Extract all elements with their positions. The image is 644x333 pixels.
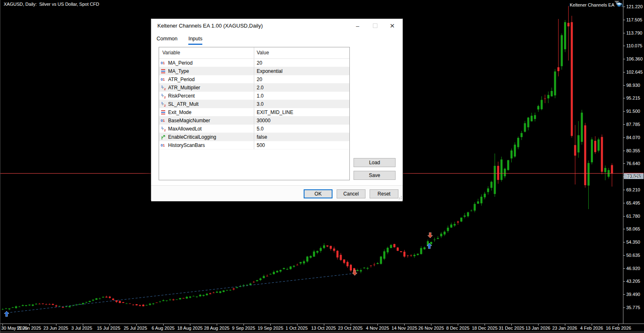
- tab-common[interactable]: Common: [157, 36, 178, 44]
- param-value[interactable]: Exponential: [257, 68, 283, 74]
- param-type-double-icon: 1⁄2: [161, 85, 167, 91]
- ok-button[interactable]: OK: [304, 189, 333, 198]
- param-value[interactable]: 2.0: [257, 85, 264, 91]
- param-name: RiskPercent: [168, 93, 195, 99]
- load-button[interactable]: Load: [354, 158, 396, 167]
- price-tick: [623, 85, 625, 86]
- time-axis-label: 18 Dec 2025: [472, 326, 497, 331]
- dialog-resize-grip[interactable]: [398, 196, 402, 199]
- column-divider: [254, 75, 254, 83]
- table-header-row: Variable Value: [159, 47, 349, 59]
- param-value[interactable]: 20: [257, 77, 262, 82]
- time-axis-label: 6 Aug 2025: [152, 326, 175, 331]
- price-tick: [623, 20, 625, 20]
- price-tick: [623, 59, 625, 59]
- param-name: ATR_Period: [168, 77, 194, 82]
- param-row[interactable]: 1⁄2ATR_Multiplier2.0: [159, 84, 349, 92]
- price-axis-label: 72.925: [626, 175, 640, 179]
- price-tick: [623, 203, 625, 203]
- time-axis-label: 8 Dec 2025: [446, 326, 469, 331]
- dialog-titlebar[interactable]: Keltener Channels EA 1.00 (XAGUSD,Daily)…: [151, 19, 403, 33]
- chart-symbol-title: XAGUSD, Daily: Silver vs US Dollar, Spot…: [4, 2, 99, 7]
- price-tick: [623, 307, 625, 308]
- param-row[interactable]: 01HistoryScanBars500: [159, 141, 349, 149]
- time-axis[interactable]: 30 May 202511 Jun 202523 Jun 20253 Jul 2…: [0, 324, 644, 331]
- param-value[interactable]: 5.0: [257, 126, 264, 132]
- param-name: HistoryScanBars: [168, 142, 205, 148]
- price-axis-label: 54.350: [626, 240, 640, 245]
- param-value[interactable]: 30000: [257, 118, 270, 123]
- param-type-enum-icon: [161, 68, 167, 74]
- minimize-button[interactable]: –: [351, 21, 365, 31]
- price-tick: [623, 177, 625, 177]
- param-type-double-icon: 1⁄2: [161, 126, 167, 132]
- column-header-value: Value: [257, 50, 269, 56]
- param-row[interactable]: 1⁄2RiskPercent1.0: [159, 92, 349, 100]
- price-tick: [623, 281, 625, 282]
- close-button[interactable]: ✕: [385, 21, 399, 31]
- param-value[interactable]: EXIT_MID_LINE: [257, 109, 293, 115]
- price-axis-label: 69.210: [626, 188, 640, 192]
- price-axis-label: 46.920: [626, 266, 640, 271]
- tab-inputs[interactable]: Inputs: [188, 36, 202, 45]
- reset-button[interactable]: Reset: [370, 189, 398, 198]
- param-type-integer-icon: 01: [161, 77, 167, 82]
- param-value[interactable]: 20: [257, 60, 262, 66]
- time-axis-label: 23 Jan 2026: [552, 326, 577, 331]
- time-axis-label: 23 Jun 2025: [43, 326, 68, 331]
- time-axis-label: 25 Jul 2025: [124, 326, 147, 331]
- param-row[interactable]: Exit_ModeEXIT_MID_LINE: [159, 108, 349, 116]
- save-button[interactable]: Save: [354, 171, 396, 180]
- param-type-bool-icon: [161, 134, 167, 140]
- param-value[interactable]: 500: [257, 142, 265, 148]
- param-row[interactable]: 01ATR_Period20: [159, 75, 349, 84]
- time-axis-label: 31 Dec 2025: [499, 326, 524, 331]
- param-value[interactable]: false: [257, 134, 267, 140]
- param-row[interactable]: 1⁄2MaxAllowedLot5.0: [159, 125, 349, 133]
- param-type-integer-icon: 01: [161, 118, 167, 123]
- param-name: MaxAllowedLot: [168, 126, 201, 132]
- price-axis-label: 121.220: [626, 5, 643, 9]
- column-divider: [254, 100, 254, 108]
- param-row[interactable]: MA_TypeExponential: [159, 67, 349, 75]
- param-name: MA_Period: [168, 60, 192, 66]
- column-divider: [254, 92, 254, 100]
- column-divider: [254, 108, 254, 116]
- param-type-integer-icon: 01: [161, 142, 167, 148]
- param-row[interactable]: 01MA_Period20: [159, 59, 349, 67]
- time-axis-label: 16 Feb 2026: [606, 326, 631, 331]
- price-tick: [623, 242, 625, 242]
- param-name: Exit_Mode: [168, 109, 192, 115]
- window-bottom-edge: [0, 331, 644, 333]
- param-value[interactable]: 3.0: [257, 101, 264, 107]
- cancel-button[interactable]: Cancel: [337, 189, 365, 198]
- column-divider: [254, 133, 254, 141]
- column-divider[interactable]: [254, 47, 254, 58]
- price-axis-label: 84.070: [626, 135, 640, 140]
- inputs-parameter-table[interactable]: Variable Value 01MA_Period20MA_TypeExpon…: [159, 47, 350, 180]
- price-axis-label: 106.360: [626, 57, 643, 61]
- price-axis-label: 98.930: [626, 83, 640, 88]
- time-axis-label: 15 Jul 2025: [97, 326, 120, 331]
- price-axis-label: 80.355: [626, 149, 640, 153]
- time-axis-label: 3 Jul 2025: [71, 326, 92, 331]
- price-axis-label: 95.215: [626, 96, 640, 100]
- price-tick: [623, 255, 625, 256]
- maximize-button: [368, 21, 382, 31]
- price-axis-label: 65.495: [626, 201, 640, 205]
- table-body: 01MA_Period20MA_TypeExponential01ATR_Per…: [159, 59, 349, 149]
- time-axis-label: 11 Jun 2025: [16, 326, 41, 331]
- param-row[interactable]: 1⁄2SL_ATR_Mult3.0: [159, 100, 349, 108]
- price-tick: [623, 268, 625, 269]
- price-tick: [623, 7, 625, 7]
- column-divider: [254, 116, 254, 124]
- param-row[interactable]: EnableCriticalLoggingfalse: [159, 133, 349, 141]
- param-row[interactable]: 01BaseMagicNumber30000: [159, 116, 349, 125]
- price-axis-label: 39.490: [626, 292, 640, 297]
- price-tick: [623, 111, 625, 112]
- time-axis-label: 13 Oct 2025: [311, 326, 336, 331]
- price-tick: [623, 33, 625, 33]
- price-axis[interactable]: 73.845 121.220117.505113.790110.075106.3…: [623, 0, 644, 324]
- param-value[interactable]: 1.0: [257, 93, 264, 99]
- expert-advisor-icon[interactable]: [616, 2, 623, 8]
